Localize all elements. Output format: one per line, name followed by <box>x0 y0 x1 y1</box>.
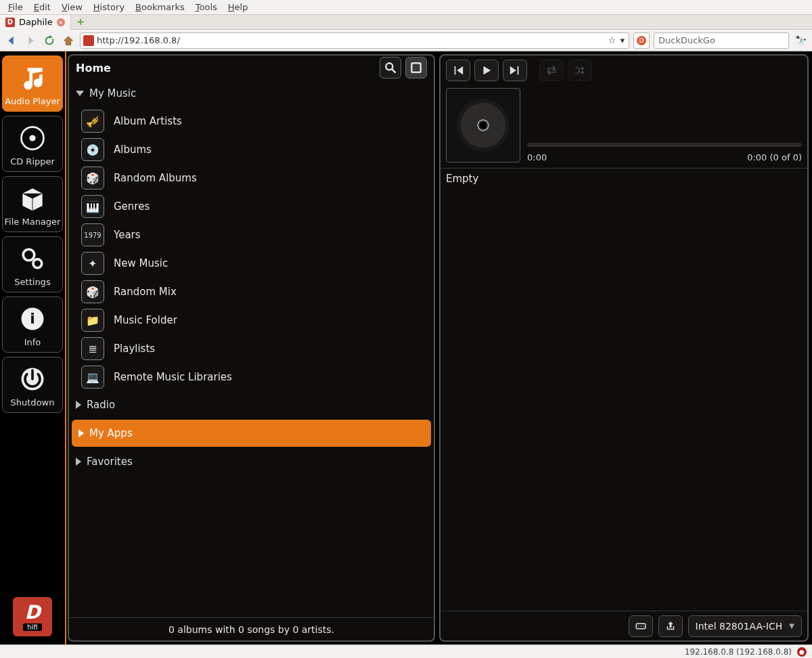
gears-icon <box>16 242 49 275</box>
item-label: Playlists <box>114 343 155 355</box>
item-music-folder[interactable]: 📁Music Folder <box>69 306 434 334</box>
sidebar-item-info[interactable]: i Info <box>2 297 63 353</box>
player-panel: 0:00 0:00 (0 of 0) Empty Intel 82801AA-I… <box>439 54 809 642</box>
next-button[interactable] <box>503 60 527 81</box>
queue-empty-label: Empty <box>446 173 478 185</box>
mic-status-icon[interactable]: ● <box>797 647 807 657</box>
sparkle-icon: ✦ <box>81 252 104 275</box>
forward-button[interactable] <box>23 33 38 48</box>
dice-icon: 🎲 <box>81 167 104 190</box>
close-tab-icon[interactable]: × <box>57 18 65 26</box>
disc-icon <box>457 99 510 152</box>
menu-history[interactable]: History <box>89 1 129 14</box>
piano-icon: 🎹 <box>81 195 104 218</box>
disc-icon: 💿 <box>81 138 104 161</box>
laptop-icon: 💻 <box>81 366 104 389</box>
svg-point-7 <box>386 63 392 70</box>
menu-tools[interactable]: Tools <box>191 1 221 14</box>
sidebar-item-label: Audio Player <box>5 97 60 107</box>
search-input[interactable]: DuckDuckGo <box>654 32 789 49</box>
home-button[interactable] <box>61 33 76 48</box>
bookmark-star-icon[interactable]: ☆ <box>608 35 616 45</box>
browser-tabstrip: D Daphile × ＋ <box>0 15 812 30</box>
sidebar-item-shutdown[interactable]: Shutdown <box>2 357 63 413</box>
svg-rect-9 <box>411 63 420 72</box>
time-remaining: 0:00 (0 of 0) <box>747 152 802 162</box>
prev-button[interactable] <box>446 60 470 81</box>
menu-help[interactable]: Help <box>224 1 252 14</box>
item-label: Album Artists <box>114 115 182 127</box>
dice-icon: 🎲 <box>81 280 104 303</box>
keyboard-button[interactable] <box>629 615 653 637</box>
duckduckgo-icon: D <box>637 36 646 45</box>
item-label: Albums <box>114 144 152 156</box>
new-tab-button[interactable]: ＋ <box>74 16 87 29</box>
play-button[interactable] <box>474 60 499 81</box>
progress-bar[interactable] <box>527 143 802 147</box>
share-button[interactable] <box>658 615 683 637</box>
item-label: New Music <box>114 257 168 269</box>
item-playlists[interactable]: ≣Playlists <box>69 334 434 363</box>
sidebar-item-audio-player[interactable]: Audio Player <box>2 56 63 112</box>
item-random-albums[interactable]: 🎲Random Albums <box>69 164 434 192</box>
menu-view[interactable]: View <box>58 1 87 14</box>
item-label: Remote Music Libraries <box>114 371 232 383</box>
logo-subtext: hifi <box>23 623 41 631</box>
menu-file[interactable]: File <box>4 1 27 14</box>
svg-text:i: i <box>30 310 35 327</box>
menu-edit[interactable]: Edit <box>30 1 55 14</box>
cd-icon <box>16 122 49 154</box>
search-button[interactable] <box>380 57 401 79</box>
section-radio[interactable]: Radio <box>69 391 434 418</box>
list-icon: ≣ <box>81 337 104 360</box>
browser-statusbar: 192.168.0.8 (192.168.0.8) ● <box>0 644 812 658</box>
item-years[interactable]: 1979Years <box>69 221 434 249</box>
binoculars-icon[interactable]: 🔭 <box>793 33 808 48</box>
library-footer: 0 albums with 0 songs by 0 artists. <box>69 617 434 640</box>
item-label: Music Folder <box>114 314 177 326</box>
expand-button[interactable] <box>405 57 427 79</box>
sidebar-item-label: Info <box>24 338 41 348</box>
output-device-selector[interactable]: Intel 82801AA-ICH ▼ <box>688 615 802 637</box>
item-album-artists[interactable]: 🎺Album Artists <box>69 107 434 135</box>
library-title: Home <box>76 62 376 74</box>
section-favorites[interactable]: Favorites <box>69 448 434 475</box>
menu-bookmarks[interactable]: Bookmarks <box>131 1 189 14</box>
url-dropdown-icon[interactable]: ▾ <box>618 35 626 45</box>
power-icon <box>16 363 49 395</box>
box-icon <box>16 182 49 215</box>
item-remote-libraries[interactable]: 💻Remote Music Libraries <box>69 363 434 391</box>
url-favicon <box>83 35 94 46</box>
reload-button[interactable] <box>42 33 57 48</box>
section-my-music[interactable]: My Music <box>69 80 434 107</box>
sidebar-item-cd-ripper[interactable]: CD Ripper <box>2 116 63 172</box>
url-bar[interactable]: http://192.168.0.8/ ☆ ▾ <box>80 32 629 49</box>
item-genres[interactable]: 🎹Genres <box>69 192 434 221</box>
item-new-music[interactable]: ✦New Music <box>69 249 434 278</box>
sidebar-item-label: File Manager <box>5 217 61 227</box>
time-elapsed: 0:00 <box>527 152 547 162</box>
chevron-right-icon <box>78 429 84 437</box>
library-panel: Home My Music 🎺Album Artists 💿Albums 🎲Ra… <box>68 54 435 642</box>
browser-tab[interactable]: D Daphile × <box>0 15 71 30</box>
item-albums[interactable]: 💿Albums <box>69 135 434 164</box>
svg-point-13 <box>643 626 644 627</box>
section-label: My Music <box>89 87 136 100</box>
section-my-apps[interactable]: My Apps <box>72 420 431 447</box>
svg-point-1 <box>29 135 35 141</box>
item-label: Genres <box>114 200 150 213</box>
sidebar-item-label: Settings <box>14 278 50 288</box>
shuffle-button[interactable] <box>568 60 592 81</box>
trumpet-icon: 🎺 <box>81 110 104 133</box>
item-random-mix[interactable]: 🎲Random Mix <box>69 278 434 306</box>
player-controls <box>441 56 807 85</box>
back-button[interactable] <box>4 33 19 48</box>
url-text: http://192.168.0.8/ <box>97 35 180 45</box>
search-provider-button[interactable]: D <box>633 32 650 49</box>
sidebar-item-settings[interactable]: Settings <box>2 236 63 292</box>
tab-title: Daphile <box>19 17 53 27</box>
sidebar-item-file-manager[interactable]: File Manager <box>2 176 63 232</box>
repeat-button[interactable] <box>539 60 564 81</box>
app-root: Audio Player CD Ripper File Manager Sett… <box>0 51 812 644</box>
app-sidebar: Audio Player CD Ripper File Manager Sett… <box>0 51 66 644</box>
